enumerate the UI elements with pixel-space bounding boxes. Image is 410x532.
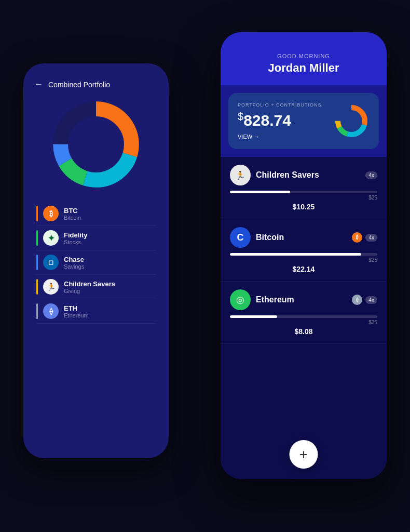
investment-name-children: Children Savers — [256, 170, 360, 180]
progress-max-bitcoin: $25 — [368, 257, 377, 263]
legend-list: ₿ BTC Bitcoin ✦ Fidelity Stocks — [34, 202, 158, 324]
legend-bar-btc — [36, 206, 38, 221]
portfolio-amount: $828.74 — [238, 111, 322, 129]
children-savers-icon: 🏃 — [230, 165, 251, 185]
scene: ← Combined Portfolio — [23, 32, 387, 500]
front-header: GOOD MORNING Jordan Miller — [221, 32, 387, 85]
legend-sub: Stocks — [64, 239, 88, 245]
btc-coin-badge: ₿ — [352, 232, 362, 243]
legend-bar-eth — [36, 303, 38, 319]
legend-sub: Bitcoin — [64, 215, 81, 221]
back-phone-title: Combined Portfolio — [48, 81, 110, 89]
list-item: ◻ Chase Savings — [36, 250, 156, 275]
currency-symbol: $ — [238, 111, 243, 122]
bitcoin-icon: C — [230, 227, 251, 248]
progress-max-ethereum: $25 — [368, 320, 377, 325]
legend-name: Fidelity — [64, 231, 88, 239]
donut-chart — [34, 98, 158, 191]
portfolio-card[interactable]: PORTFOLIO + CONTRIBUTIONS $828.74 VIEW → — [228, 93, 379, 149]
chase-icon: ◻ — [43, 255, 59, 270]
greeting-text: GOOD MORNING — [231, 53, 376, 59]
legend-name: ETH — [64, 304, 89, 312]
legend-name: BTC — [64, 207, 81, 215]
front-phone: GOOD MORNING Jordan Miller PORTFOLIO + C… — [221, 32, 387, 479]
progress-track-children — [230, 191, 377, 193]
multiplier-badge-bitcoin: 4x — [365, 234, 377, 242]
badge-row-bitcoin: ₿ 4x — [352, 232, 377, 243]
fidelity-icon: ✦ — [43, 230, 59, 246]
investment-item-children[interactable]: 🏃 Children Savers 4x $25 — [221, 157, 387, 219]
eth-icon: ⟠ — [43, 303, 59, 319]
investment-name-bitcoin: Bitcoin — [256, 233, 347, 242]
progress-fill-ethereum — [230, 315, 277, 318]
list-item: ₿ BTC Bitcoin — [36, 202, 156, 226]
badge-row-ethereum: ⟠ 4x — [352, 295, 377, 305]
portfolio-label: PORTFOLIO + CONTRIBUTIONS — [238, 102, 322, 108]
legend-sub: Giving — [64, 288, 115, 294]
badge-row-children: 4x — [365, 171, 377, 179]
portfolio-left: PORTFOLIO + CONTRIBUTIONS $828.74 VIEW → — [238, 102, 322, 140]
mini-donut-chart — [333, 103, 370, 139]
progress-fill-children — [230, 191, 290, 193]
list-item: 🏃 Children Savers Giving — [36, 275, 156, 299]
legend-name: Children Savers — [64, 280, 115, 288]
investment-amount-bitcoin: $22.14 — [230, 265, 377, 273]
view-link[interactable]: VIEW → — [238, 134, 322, 140]
list-item: ✦ Fidelity Stocks — [36, 226, 156, 250]
legend-sub: Ethereum — [64, 312, 89, 318]
legend-sub: Savings — [64, 263, 84, 270]
multiplier-badge-children: 4x — [365, 171, 377, 179]
ethereum-icon: ◎ — [230, 289, 251, 310]
back-phone: ← Combined Portfolio — [23, 63, 169, 458]
progress-fill-bitcoin — [230, 253, 361, 256]
legend-bar-children — [36, 279, 38, 295]
investment-item-ethereum[interactable]: ◎ Ethereum ⟠ 4x $25 — [221, 282, 387, 344]
investment-name-ethereum: Ethereum — [256, 295, 347, 304]
legend-bar-fidelity — [36, 230, 38, 246]
investment-item-bitcoin[interactable]: C Bitcoin ₿ 4x $25 — [221, 219, 387, 282]
progress-track-bitcoin — [230, 253, 377, 256]
multiplier-badge-ethereum: 4x — [365, 296, 377, 304]
children-icon: 🏃 — [43, 279, 59, 295]
eth-coin-badge: ⟠ — [352, 295, 362, 305]
list-item: ⟠ ETH Ethereum — [36, 299, 156, 324]
amount-value: 828.74 — [243, 112, 291, 129]
investment-amount-ethereum: $8.08 — [230, 327, 377, 336]
legend-bar-chase — [36, 255, 38, 270]
investment-amount-children: $10.25 — [230, 203, 377, 211]
progress-max-children: $25 — [368, 195, 377, 201]
legend-name: Chase — [64, 256, 84, 263]
user-name: Jordan Miller — [231, 61, 376, 75]
add-button[interactable]: + — [290, 440, 318, 469]
progress-track-ethereum — [230, 315, 377, 318]
content-area: 🏃 Children Savers 4x $25 — [221, 157, 387, 479]
btc-icon: ₿ — [43, 206, 59, 221]
back-arrow-icon[interactable]: ← — [34, 79, 43, 90]
